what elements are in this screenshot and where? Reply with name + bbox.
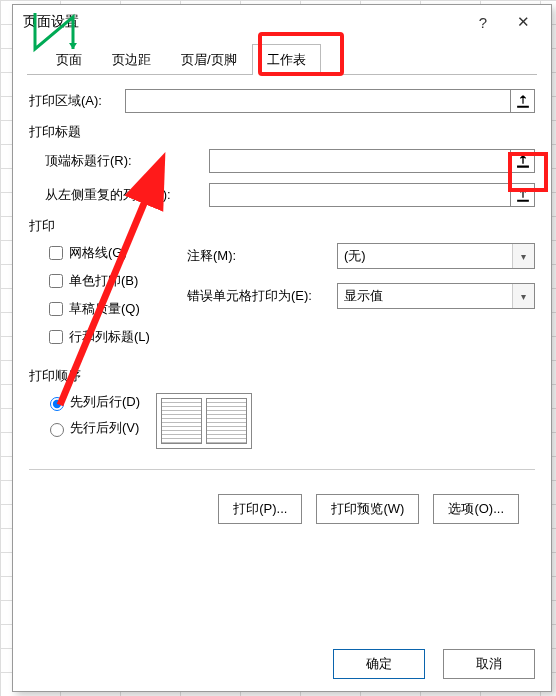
comments-value: (无) — [338, 247, 512, 265]
tab-page[interactable]: 页面 — [41, 44, 97, 75]
bw-checkbox[interactable] — [49, 274, 63, 288]
draft-label: 草稿质量(Q) — [69, 300, 140, 318]
chevron-down-icon: ▾ — [512, 284, 534, 308]
errors-select[interactable]: 显示值 ▾ — [337, 283, 535, 309]
comments-select[interactable]: (无) ▾ — [337, 243, 535, 269]
options-button[interactable]: 选项(O)... — [433, 494, 519, 524]
chevron-down-icon: ▾ — [512, 244, 534, 268]
print-button[interactable]: 打印(P)... — [218, 494, 302, 524]
title-bar: 页面设置 ? ✕ — [13, 5, 551, 39]
print-area-input[interactable] — [125, 89, 511, 113]
tab-strip: 页面 页边距 页眉/页脚 工作表 — [27, 43, 537, 75]
cols-repeat-label: 从左侧重复的列数(C): — [45, 186, 209, 204]
order-down-label: 先列后行(D) — [70, 393, 140, 411]
range-picker-icon — [516, 94, 530, 108]
order-over-label: 先行后列(V) — [70, 419, 139, 437]
comments-label: 注释(M): — [187, 247, 337, 265]
range-picker-icon — [516, 188, 530, 202]
order-down-radio[interactable] — [50, 397, 64, 411]
errors-label: 错误单元格打印为(E): — [187, 287, 337, 305]
rows-repeat-input[interactable] — [209, 149, 511, 173]
draft-checkbox[interactable] — [49, 302, 63, 316]
gridlines-checkbox[interactable] — [49, 246, 63, 260]
tab-sheet[interactable]: 工作表 — [252, 44, 321, 75]
print-area-picker-button[interactable] — [511, 89, 535, 113]
page-setup-dialog: 页面设置 ? ✕ 页面 页边距 页眉/页脚 工作表 打印区域(A): 打印标题 … — [12, 4, 552, 692]
range-picker-icon — [516, 154, 530, 168]
tab-margins[interactable]: 页边距 — [97, 44, 166, 75]
window-title: 页面设置 — [23, 13, 463, 31]
close-button[interactable]: ✕ — [503, 7, 543, 37]
cancel-button[interactable]: 取消 — [443, 649, 535, 679]
cols-repeat-picker-button[interactable] — [511, 183, 535, 207]
tab-header-footer[interactable]: 页眉/页脚 — [166, 44, 252, 75]
order-over-radio[interactable] — [50, 423, 64, 437]
rowcol-headings-label: 行和列标题(L) — [69, 328, 150, 346]
print-section-label: 打印 — [29, 217, 535, 235]
rows-repeat-label: 顶端标题行(R): — [45, 152, 209, 170]
rows-repeat-picker-button[interactable] — [511, 149, 535, 173]
print-titles-section-label: 打印标题 — [29, 123, 535, 141]
help-button[interactable]: ? — [463, 7, 503, 37]
print-area-label: 打印区域(A): — [29, 92, 125, 110]
bw-label: 单色打印(B) — [69, 272, 138, 290]
rowcol-headings-checkbox[interactable] — [49, 330, 63, 344]
errors-value: 显示值 — [338, 287, 512, 305]
ok-button[interactable]: 确定 — [333, 649, 425, 679]
cols-repeat-input[interactable] — [209, 183, 511, 207]
gridlines-label: 网格线(G) — [69, 244, 127, 262]
print-order-preview — [156, 393, 252, 449]
print-preview-button[interactable]: 打印预览(W) — [316, 494, 419, 524]
order-section-label: 打印顺序 — [29, 367, 535, 385]
